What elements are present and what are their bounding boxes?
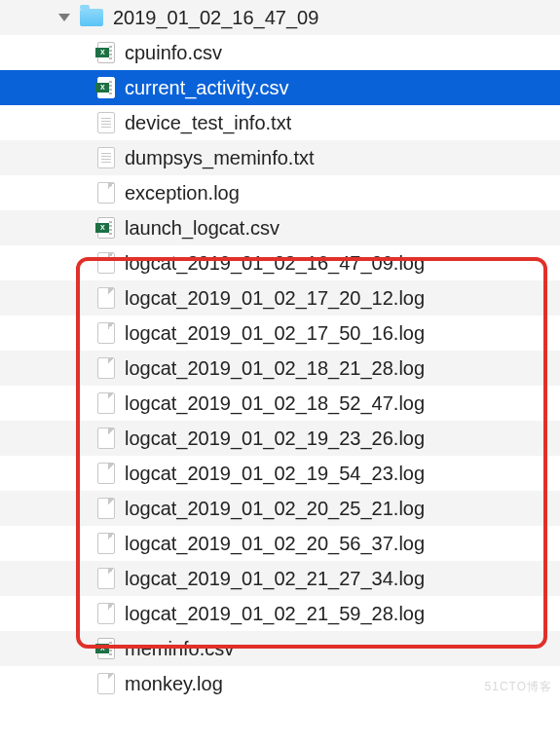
spreadsheet-icon: X	[97, 217, 115, 239]
file-label: logcat_2019_01_02_17_50_16.log	[125, 322, 425, 345]
text-file-icon	[97, 147, 115, 168]
spreadsheet-icon: X	[97, 42, 115, 63]
file-row[interactable]: logcat_2019_01_02_19_54_23.log	[0, 456, 560, 491]
file-tree: 2019_01_02_16_47_09 Xcpuinfo.csvXcurrent…	[0, 0, 560, 701]
document-icon	[97, 533, 115, 554]
disclosure-triangle-icon[interactable]	[58, 14, 70, 21]
file-label: current_activity.csv	[125, 77, 289, 99]
file-label: meminfo.csv	[125, 638, 234, 660]
file-label: device_test_info.txt	[125, 112, 291, 134]
file-label: logcat_2019_01_02_21_27_34.log	[125, 568, 425, 590]
file-row[interactable]: logcat_2019_01_02_20_25_21.log	[0, 491, 560, 526]
file-label: logcat_2019_01_02_16_47_09.log	[125, 252, 425, 275]
file-label: logcat_2019_01_02_18_21_28.log	[125, 357, 425, 380]
file-row[interactable]: Xmeminfo.csv	[0, 631, 560, 666]
document-icon	[97, 322, 115, 344]
file-row[interactable]: logcat_2019_01_02_17_20_12.log	[0, 280, 560, 316]
document-icon	[97, 568, 115, 589]
watermark-text: 51CTO博客	[485, 679, 552, 695]
file-label: logcat_2019_01_02_19_23_26.log	[125, 428, 425, 450]
file-row[interactable]: logcat_2019_01_02_20_56_37.log	[0, 526, 560, 561]
file-label: monkey.log	[125, 673, 223, 695]
file-label: logcat_2019_01_02_21_59_28.log	[125, 603, 425, 625]
file-row[interactable]: logcat_2019_01_02_18_52_47.log	[0, 386, 560, 421]
file-row[interactable]: logcat_2019_01_02_19_23_26.log	[0, 421, 560, 456]
folder-icon	[80, 9, 103, 26]
file-row[interactable]: exception.log	[0, 175, 560, 210]
spreadsheet-icon: X	[97, 638, 115, 659]
file-row[interactable]: dumpsys_meminfo.txt	[0, 140, 560, 175]
file-label: logcat_2019_01_02_20_25_21.log	[125, 498, 425, 520]
file-label: logcat_2019_01_02_19_54_23.log	[125, 463, 425, 485]
file-row[interactable]: Xcpuinfo.csv	[0, 35, 560, 70]
document-icon	[97, 428, 115, 449]
file-row[interactable]: device_test_info.txt	[0, 105, 560, 140]
document-icon	[97, 603, 115, 624]
file-row[interactable]: logcat_2019_01_02_17_50_16.log	[0, 316, 560, 351]
document-icon	[97, 252, 115, 274]
file-row[interactable]: logcat_2019_01_02_18_21_28.log	[0, 351, 560, 386]
text-file-icon	[97, 112, 115, 133]
folder-row[interactable]: 2019_01_02_16_47_09	[0, 0, 560, 35]
file-row[interactable]: logcat_2019_01_02_21_27_34.log	[0, 561, 560, 596]
file-row[interactable]: monkey.log	[0, 666, 560, 701]
file-label: launch_logcat.csv	[125, 217, 280, 240]
spreadsheet-icon: X	[97, 77, 115, 98]
file-row[interactable]: Xlaunch_logcat.csv	[0, 210, 560, 245]
document-icon	[97, 498, 115, 519]
document-icon	[97, 392, 115, 414]
document-icon	[97, 463, 115, 484]
document-icon	[97, 357, 115, 379]
folder-label: 2019_01_02_16_47_09	[113, 7, 318, 29]
file-label: logcat_2019_01_02_17_20_12.log	[125, 287, 425, 310]
file-label: exception.log	[125, 182, 240, 205]
file-row[interactable]: logcat_2019_01_02_16_47_09.log	[0, 245, 560, 280]
file-row[interactable]: Xcurrent_activity.csv	[0, 70, 560, 105]
document-icon	[97, 673, 115, 694]
file-label: dumpsys_meminfo.txt	[125, 147, 315, 169]
file-row[interactable]: logcat_2019_01_02_21_59_28.log	[0, 596, 560, 631]
file-label: logcat_2019_01_02_18_52_47.log	[125, 392, 425, 415]
document-icon	[97, 182, 115, 204]
document-icon	[97, 287, 115, 309]
file-label: logcat_2019_01_02_20_56_37.log	[125, 533, 425, 555]
file-label: cpuinfo.csv	[125, 42, 222, 64]
